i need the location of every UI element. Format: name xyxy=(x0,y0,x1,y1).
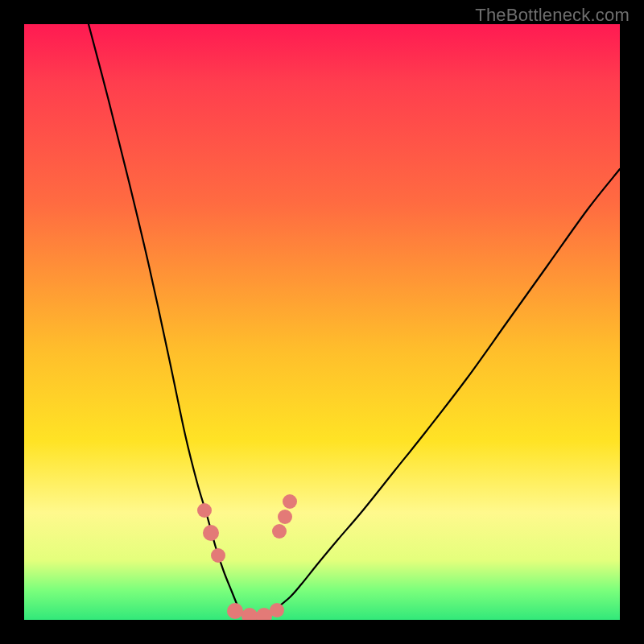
chart-frame: TheBottleneck.com xyxy=(0,0,644,644)
curve-layer xyxy=(24,24,620,620)
marker-dot xyxy=(272,524,287,539)
marker-dot xyxy=(270,603,284,617)
series-left-curve xyxy=(89,24,240,612)
plot-area xyxy=(24,24,620,620)
marker-dot xyxy=(256,608,272,620)
marker-dot xyxy=(197,503,212,518)
markers-group xyxy=(197,494,297,620)
series-group xyxy=(89,24,620,618)
marker-dot xyxy=(227,603,243,619)
marker-dot xyxy=(278,510,292,524)
marker-dot xyxy=(283,494,297,509)
marker-dot xyxy=(203,525,219,541)
series-right-curve xyxy=(272,169,620,612)
marker-dot xyxy=(211,548,225,563)
marker-dot xyxy=(242,608,258,620)
watermark-text: TheBottleneck.com xyxy=(475,5,630,26)
